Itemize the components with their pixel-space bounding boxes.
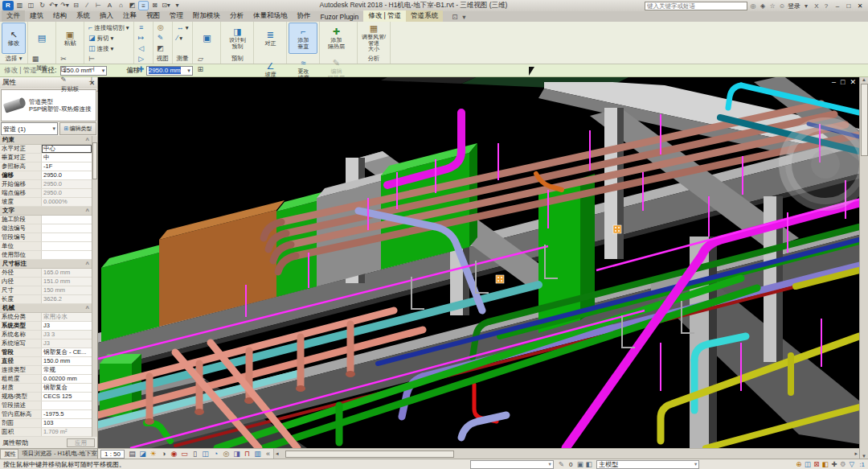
- tab-properties[interactable]: 属性: [0, 449, 18, 459]
- beam-joins-button[interactable]: ⊣: [86, 64, 97, 75]
- property-row[interactable]: 剖面103: [0, 419, 92, 428]
- section-icon[interactable]: ◩: [127, 1, 137, 10]
- tab-analyze[interactable]: 分析: [225, 10, 248, 22]
- apply-button[interactable]: 应用: [67, 438, 95, 447]
- property-value[interactable]: 151.0 mm: [42, 278, 92, 286]
- crop-view-icon[interactable]: ▭: [179, 450, 190, 458]
- property-value[interactable]: 1.709 m²: [42, 428, 92, 436]
- save-icon[interactable]: ◫: [26, 1, 36, 10]
- drag-on-selection-icon[interactable]: ✚: [829, 460, 838, 468]
- show-constraints-icon[interactable]: ⊓: [242, 450, 252, 458]
- sun-settings-icon[interactable]: ◉: [169, 450, 179, 458]
- paste-button[interactable]: ▣粘贴: [58, 23, 82, 54]
- design-options-icon[interactable]: ◧: [584, 460, 593, 468]
- collapse-group-icon[interactable]: ^: [86, 137, 89, 144]
- property-row[interactable]: 直径150.0 mm: [0, 357, 92, 366]
- property-value[interactable]: [42, 216, 92, 224]
- design-options-dropdown[interactable]: 主模型 ▾: [596, 460, 699, 469]
- property-row[interactable]: 连接类型常规: [0, 366, 92, 375]
- communication-center-icon[interactable]: ◈: [758, 2, 768, 10]
- model-3d-view[interactable]: –□✕: [98, 77, 859, 448]
- temporary-hide-isolate-icon[interactable]: ◔: [211, 450, 221, 458]
- property-row[interactable]: 管段编号: [0, 233, 92, 242]
- vertical-scrollbar-thumb[interactable]: [861, 84, 868, 156]
- aligned-dimension-icon[interactable]: ⊢: [93, 1, 104, 10]
- edit-type-button[interactable]: ⊞ 编辑类型: [59, 122, 96, 135]
- property-row[interactable]: 系统分类家用冷水: [0, 313, 92, 322]
- property-group-header[interactable]: 文字^: [0, 207, 92, 216]
- background-processes-icon[interactable]: ⚙: [838, 460, 847, 468]
- property-value[interactable]: J3: [42, 322, 92, 330]
- modify-cursor-button[interactable]: ↖修改: [2, 23, 26, 54]
- property-value[interactable]: J3 3: [42, 331, 92, 339]
- redo-icon[interactable]: ↷▾: [59, 1, 70, 10]
- worksharing-display-icon[interactable]: ▥: [252, 450, 263, 458]
- visual-style-icon[interactable]: ◪: [137, 450, 148, 458]
- revit-logo[interactable]: R: [2, 1, 14, 10]
- sign-in-label[interactable]: 登录: [788, 2, 800, 10]
- join-geometry-button[interactable]: ◫连接 ▾: [86, 43, 132, 54]
- mirror-pick-button[interactable]: ▷: [136, 54, 147, 64]
- element-filter-dropdown[interactable]: 管道 (1) ▾: [1, 122, 58, 135]
- tab-architecture[interactable]: 建筑: [25, 10, 48, 22]
- property-row[interactable]: 内径151.0 mm: [0, 278, 92, 286]
- viewport-close-button[interactable]: ✕: [850, 78, 856, 86]
- property-row[interactable]: 施工阶段: [0, 216, 92, 224]
- match-properties-button[interactable]: ✎: [58, 75, 69, 85]
- property-row[interactable]: 管段描述: [0, 401, 92, 410]
- tab-insert[interactable]: 插入: [95, 10, 118, 22]
- reveal-hidden-elements-icon[interactable]: ◎: [221, 450, 231, 458]
- sun-path-icon[interactable]: ☀: [148, 450, 158, 458]
- property-row[interactable]: 偏移2950.0: [0, 171, 92, 180]
- property-value[interactable]: 165.0 mm: [42, 269, 92, 277]
- wall-joins-button[interactable]: ⊢: [86, 54, 97, 64]
- property-value[interactable]: -1975.5: [42, 410, 92, 418]
- collapse-group-icon[interactable]: ^: [86, 208, 89, 215]
- editing-requests-icon[interactable]: ✎: [557, 460, 566, 468]
- unjoin-button[interactable]: ⊥: [86, 75, 97, 85]
- property-value[interactable]: 150.0 mm: [42, 357, 92, 365]
- temporary-view-properties-icon[interactable]: ◨: [231, 450, 242, 458]
- mirror-axis-button[interactable]: ◁: [136, 43, 147, 54]
- scroll-right-icon[interactable]: ▸: [853, 450, 859, 457]
- property-row[interactable]: 单位: [0, 242, 92, 251]
- property-row[interactable]: 系统缩写J3: [0, 339, 92, 348]
- dimension-tools-button[interactable]: ∕▾: [174, 33, 191, 43]
- property-row[interactable]: 尺寸150 mm: [0, 286, 92, 295]
- property-row[interactable]: 外径165.0 mm: [0, 269, 92, 278]
- tab-structure[interactable]: 结构: [48, 10, 72, 22]
- property-row[interactable]: 粗糙度0.00200 mm: [0, 375, 92, 384]
- property-row[interactable]: 材质钢塑复合: [0, 384, 92, 393]
- property-row[interactable]: 长度3626.2: [0, 295, 92, 304]
- tab-annotate[interactable]: 注释: [118, 10, 141, 22]
- properties-help-link[interactable]: 属性帮助: [2, 438, 28, 447]
- tab-systems[interactable]: 系统: [72, 10, 95, 22]
- properties-scrollbar[interactable]: [92, 136, 97, 437]
- switch-windows-icon[interactable]: ⊡▾: [161, 1, 171, 10]
- property-value[interactable]: 中: [42, 154, 92, 162]
- show-crop-region-icon[interactable]: ▯: [190, 450, 200, 458]
- filters-icon[interactable]: ▽: [847, 460, 856, 468]
- search-input[interactable]: [645, 2, 747, 10]
- add-vertical-button[interactable]: ⌐添加 垂直: [289, 23, 317, 54]
- property-row[interactable]: 系统名称J3 3: [0, 331, 92, 339]
- design-to-fabrication-button[interactable]: ◨设计到 预制: [223, 23, 252, 54]
- undo-icon[interactable]: ↶▾: [48, 1, 59, 10]
- property-value[interactable]: [42, 224, 92, 232]
- select-by-face-icon[interactable]: ◧: [821, 460, 829, 468]
- property-value[interactable]: 103: [42, 419, 92, 427]
- property-row[interactable]: 做法编号: [0, 224, 92, 233]
- tab-fuzor-plugin[interactable]: Fuzor Plugin: [316, 12, 364, 22]
- collapse-group-icon[interactable]: ^: [86, 261, 89, 268]
- vertical-scrollbar[interactable]: ▲ ▼: [859, 77, 868, 459]
- property-value[interactable]: 0.00200 mm: [42, 375, 92, 383]
- sign-in-caret-icon[interactable]: ▾: [801, 2, 811, 10]
- property-value[interactable]: 钢塑复合 - CE...: [42, 348, 92, 356]
- property-value[interactable]: CECS 125: [42, 393, 92, 401]
- property-value[interactable]: 钢塑复合: [42, 384, 92, 392]
- scroll-left-icon[interactable]: ◂: [274, 450, 280, 457]
- properties-palette-button[interactable]: ▤: [30, 23, 54, 54]
- measure-between-points-button[interactable]: ↔▾: [174, 23, 191, 33]
- customize-qat-icon[interactable]: ▾: [172, 1, 182, 10]
- property-value[interactable]: [42, 251, 92, 259]
